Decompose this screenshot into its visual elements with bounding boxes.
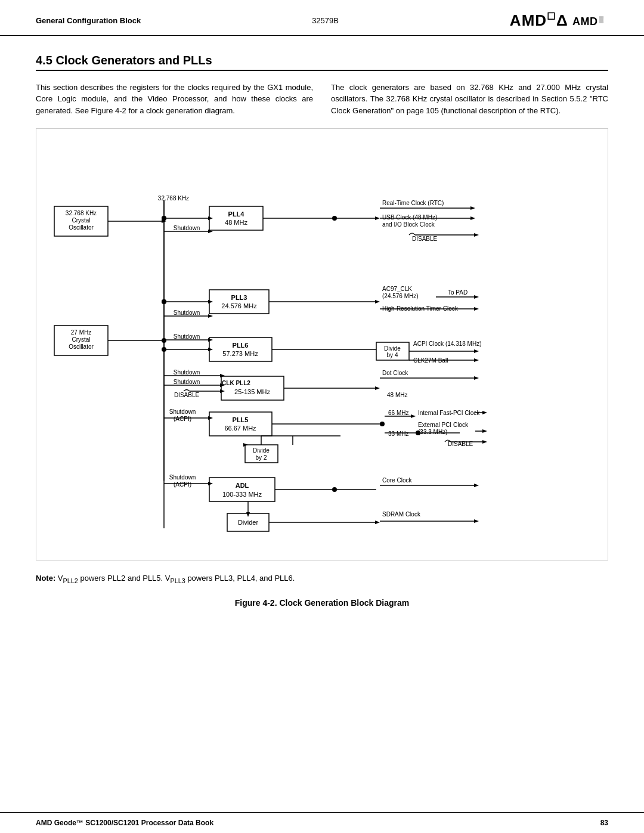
svg-point-148 — [162, 347, 166, 352]
svg-text:Core Clock: Core Clock — [382, 477, 412, 484]
intro-columns: This section describes the registers for… — [36, 82, 608, 117]
svg-text:PLL5: PLL5 — [233, 416, 249, 423]
svg-rect-16 — [209, 206, 263, 230]
svg-point-133 — [332, 487, 337, 492]
svg-marker-42 — [208, 300, 213, 304]
col2: The clock generators are based on 32.768… — [331, 82, 608, 117]
svg-marker-117 — [482, 440, 487, 444]
svg-text:(24.576 MHz): (24.576 MHz) — [382, 293, 419, 299]
svg-text:Divide: Divide — [253, 447, 270, 454]
svg-text:Shutdown: Shutdown — [174, 309, 200, 316]
svg-marker-26 — [375, 216, 380, 220]
svg-text:Shutdown: Shutdown — [174, 333, 200, 340]
svg-marker-48 — [375, 300, 380, 304]
svg-text:Shutdown: Shutdown — [174, 225, 200, 231]
header-section-title: General Configuration Block — [36, 16, 141, 25]
svg-marker-104 — [411, 414, 416, 418]
svg-text:by 4: by 4 — [387, 352, 398, 358]
section-title: 4.5 Clock Generators and PLLs — [36, 54, 608, 71]
header-doc-number: 32579B — [312, 16, 339, 25]
svg-text:USB Clock (48 MHz): USB Clock (48 MHz) — [382, 214, 437, 221]
svg-text:AC97_CLK: AC97_CLK — [382, 286, 412, 292]
svg-text:Oscillator: Oscillator — [69, 224, 94, 231]
svg-text:PLL3: PLL3 — [231, 294, 247, 301]
amd-logo: AMD☐Δ AMD ▒ — [510, 11, 608, 30]
svg-text:Oscillator: Oscillator — [69, 343, 94, 350]
svg-text:25-135 MHz: 25-135 MHz — [234, 388, 270, 395]
svg-text:48 MHz: 48 MHz — [387, 392, 407, 398]
svg-rect-125 — [209, 478, 275, 501]
svg-text:Crystal: Crystal — [72, 217, 90, 224]
svg-marker-124 — [243, 443, 248, 447]
svg-marker-140 — [246, 512, 250, 517]
svg-text:32.768 KHz: 32.768 KHz — [66, 210, 97, 216]
svg-point-27 — [332, 216, 337, 221]
svg-text:PLL6: PLL6 — [233, 342, 249, 349]
svg-text:(33.3 MHz): (33.3 MHz) — [418, 429, 447, 435]
svg-marker-64 — [208, 338, 213, 342]
svg-text:Divide: Divide — [384, 345, 401, 352]
svg-marker-30 — [470, 206, 475, 210]
page: General Configuration Block 32579B AMD☐Δ… — [0, 0, 644, 833]
svg-text:ACPI Clock (14.318 MHz): ACPI Clock (14.318 MHz) — [413, 340, 481, 347]
section-number: 4.5 — [36, 54, 52, 67]
clock-diagram: 32.768 KHz Crystal Oscillator 27 MHz Cry… — [42, 141, 615, 546]
svg-text:24.576 MHz: 24.576 MHz — [221, 302, 257, 309]
svg-text:DISABLE: DISABLE — [174, 392, 200, 398]
svg-text:To PAD: To PAD — [448, 289, 467, 296]
diagram-container: 32.768 KHz Crystal Oscillator 27 MHz Cry… — [36, 128, 608, 561]
svg-point-147 — [162, 299, 166, 304]
footer-right: 83 — [600, 819, 608, 827]
svg-text:66.67 MHz: 66.67 MHz — [224, 425, 256, 432]
svg-text:Internal Fast-PCI Clock: Internal Fast-PCI Clock — [418, 410, 480, 416]
svg-marker-34 — [470, 216, 475, 220]
svg-rect-38 — [209, 290, 269, 314]
svg-rect-93 — [209, 412, 272, 436]
svg-marker-131 — [208, 482, 213, 485]
svg-text:32.768 KHz: 32.768 KHz — [158, 195, 189, 202]
svg-point-149 — [162, 216, 166, 221]
svg-marker-53 — [474, 295, 479, 299]
svg-text:Divider: Divider — [238, 519, 259, 526]
svg-text:PLL4: PLL4 — [228, 210, 245, 218]
svg-rect-57 — [209, 337, 272, 361]
svg-text:Shutdown: Shutdown — [169, 474, 196, 481]
svg-point-101 — [380, 422, 385, 426]
svg-marker-114 — [482, 429, 487, 433]
svg-marker-86 — [220, 389, 225, 393]
page-footer: AMD Geode™ SC1200/SC1201 Processor Data … — [0, 812, 644, 833]
svg-marker-37 — [474, 233, 479, 237]
note-section: Note: VPLL2 powers PLL2 and PLL5. VPLL3 … — [36, 572, 608, 586]
svg-marker-145 — [474, 519, 479, 523]
svg-text:ADL: ADL — [236, 482, 249, 489]
svg-text:(ACPI): (ACPI) — [174, 481, 191, 488]
svg-text:Shutdown: Shutdown — [174, 379, 200, 385]
svg-text:100-333 MHz: 100-333 MHz — [222, 491, 262, 498]
footer-left: AMD Geode™ SC1200/SC1201 Processor Data … — [36, 819, 213, 827]
svg-text:and I/O Block Clock: and I/O Block Clock — [382, 221, 435, 228]
svg-marker-80 — [220, 374, 225, 377]
svg-text:Crystal: Crystal — [72, 336, 90, 343]
svg-marker-107 — [482, 411, 487, 414]
svg-text:(ACPI): (ACPI) — [174, 416, 191, 422]
figure-caption: Figure 4-2. Clock Generation Block Diagr… — [36, 598, 608, 608]
svg-text:27 MHz: 27 MHz — [71, 329, 91, 336]
svg-text:48 MHz: 48 MHz — [225, 219, 247, 226]
svg-marker-99 — [208, 416, 213, 420]
svg-marker-91 — [474, 376, 479, 380]
svg-marker-136 — [474, 484, 479, 487]
svg-text:External PCI Clock: External PCI Clock — [418, 422, 469, 428]
svg-text:Shutdown: Shutdown — [174, 369, 200, 376]
section-heading: Clock Generators and PLLs — [55, 54, 212, 67]
note-label: Note: — [36, 574, 55, 583]
page-content: 4.5 Clock Generators and PLLs This secti… — [0, 36, 644, 812]
svg-text:CLK  PLL2: CLK PLL2 — [222, 380, 250, 386]
svg-text:Real-Time Clock (RTC): Real-Time Clock (RTC) — [382, 200, 444, 206]
svg-text:by 2: by 2 — [256, 454, 267, 461]
svg-text:66 MHz: 66 MHz — [388, 410, 408, 416]
svg-marker-74 — [474, 358, 479, 362]
svg-marker-61 — [208, 348, 213, 351]
svg-text:SDRAM Clock: SDRAM Clock — [382, 511, 421, 518]
svg-text:33 MHz: 33 MHz — [388, 431, 408, 437]
col1: This section describes the registers for… — [36, 82, 313, 117]
